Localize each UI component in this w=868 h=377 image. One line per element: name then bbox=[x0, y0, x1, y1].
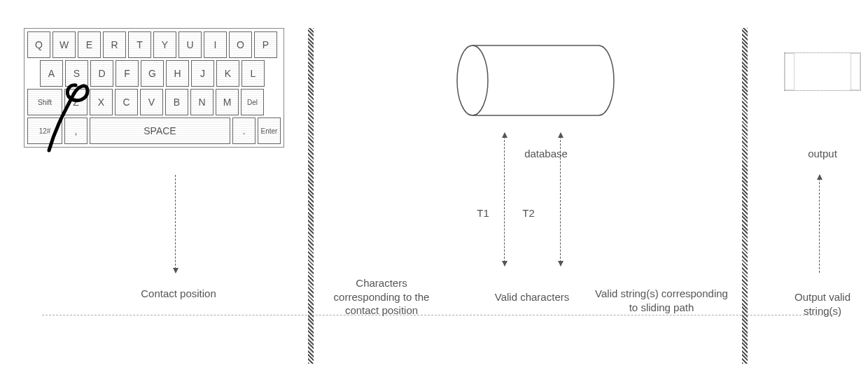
key-a[interactable]: A bbox=[40, 60, 63, 87]
key-del[interactable]: Del bbox=[241, 89, 264, 115]
label-valid-characters: Valid characters bbox=[490, 290, 574, 304]
arrow-t1 bbox=[504, 133, 505, 266]
svg-point-0 bbox=[457, 45, 488, 115]
keyboard: Q W E R T Y U I O P A S D F G H J K L Sh… bbox=[24, 28, 284, 148]
keyboard-row-1: Q W E R T Y U I O P bbox=[27, 31, 281, 58]
key-o[interactable]: O bbox=[229, 31, 252, 58]
key-comma[interactable]: , bbox=[64, 118, 88, 144]
key-i[interactable]: I bbox=[204, 31, 227, 58]
key-space[interactable]: SPACE bbox=[90, 118, 230, 144]
key-h[interactable]: H bbox=[166, 60, 189, 87]
key-symbols[interactable]: 12# bbox=[27, 118, 62, 144]
key-enter[interactable]: Enter bbox=[258, 118, 281, 144]
label-output-valid: Output valid string(s) bbox=[780, 290, 864, 318]
key-l[interactable]: L bbox=[241, 60, 265, 87]
key-m[interactable]: M bbox=[216, 89, 239, 115]
output-box bbox=[784, 52, 861, 91]
key-k[interactable]: K bbox=[216, 60, 239, 87]
keyboard-row-4: 12# , SPACE . Enter bbox=[27, 118, 281, 144]
key-c[interactable]: C bbox=[115, 89, 138, 115]
key-y[interactable]: Y bbox=[153, 31, 176, 58]
label-chars-corresponding: Characters corresponding to the contact … bbox=[322, 276, 441, 318]
key-j[interactable]: J bbox=[191, 60, 214, 87]
key-q[interactable]: Q bbox=[27, 31, 50, 58]
key-x[interactable]: X bbox=[90, 89, 113, 115]
key-r[interactable]: R bbox=[103, 31, 126, 58]
key-n[interactable]: N bbox=[190, 89, 214, 115]
label-output: output bbox=[794, 147, 850, 161]
key-g[interactable]: G bbox=[141, 60, 164, 87]
label-t2: T2 bbox=[518, 206, 539, 220]
separator-bar-2 bbox=[742, 28, 748, 364]
key-d[interactable]: D bbox=[90, 60, 113, 87]
label-t1: T1 bbox=[472, 206, 493, 220]
key-p[interactable]: P bbox=[254, 31, 277, 58]
keyboard-row-2: A S D F G H J K L bbox=[27, 60, 281, 87]
key-u[interactable]: U bbox=[178, 31, 202, 58]
label-valid-strings: Valid string(s) corresponding to sliding… bbox=[595, 287, 728, 314]
arrow-output-up bbox=[819, 175, 820, 273]
keyboard-row-3: Shift Z X C V B N M Del bbox=[27, 89, 281, 115]
arrow-keyboard-down bbox=[175, 175, 176, 273]
key-v[interactable]: V bbox=[140, 89, 163, 115]
key-dot[interactable]: . bbox=[232, 118, 255, 144]
key-z[interactable]: Z bbox=[64, 89, 88, 115]
label-database: database bbox=[514, 147, 578, 161]
key-f[interactable]: F bbox=[115, 60, 139, 87]
key-b[interactable]: B bbox=[165, 89, 188, 115]
separator-bar-1 bbox=[308, 28, 314, 364]
key-w[interactable]: W bbox=[52, 31, 76, 58]
key-e[interactable]: E bbox=[78, 31, 101, 58]
database-icon bbox=[455, 42, 616, 119]
key-shift[interactable]: Shift bbox=[27, 89, 62, 115]
label-contact-position: Contact position bbox=[133, 287, 224, 301]
key-s[interactable]: S bbox=[65, 60, 88, 87]
key-t[interactable]: T bbox=[128, 31, 151, 58]
